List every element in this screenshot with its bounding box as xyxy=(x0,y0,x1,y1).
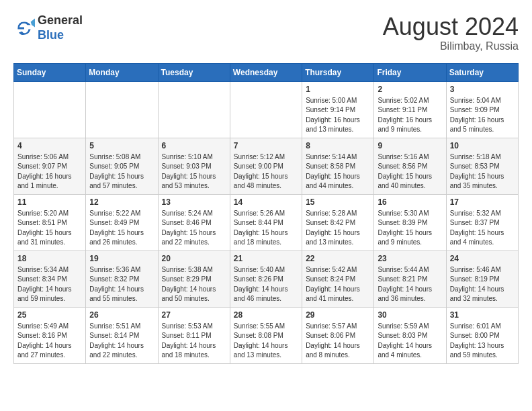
day-number: 28 xyxy=(234,310,298,320)
day-info: Sunrise: 5:42 AM Sunset: 8:24 PM Dayligh… xyxy=(306,265,370,304)
calendar-day-empty xyxy=(230,81,302,138)
day-number: 15 xyxy=(306,197,370,207)
day-info: Sunrise: 5:24 AM Sunset: 8:46 PM Dayligh… xyxy=(162,209,226,248)
day-number: 8 xyxy=(306,141,370,150)
day-info: Sunrise: 5:00 AM Sunset: 9:14 PM Dayligh… xyxy=(306,96,370,135)
calendar-day-25: 25Sunrise: 5:49 AM Sunset: 8:16 PM Dayli… xyxy=(14,307,86,363)
day-number: 13 xyxy=(162,197,226,207)
day-number: 16 xyxy=(378,197,442,207)
calendar-day-28: 28Sunrise: 5:55 AM Sunset: 8:08 PM Dayli… xyxy=(230,307,302,363)
day-info: Sunrise: 5:59 AM Sunset: 8:03 PM Dayligh… xyxy=(378,322,442,361)
day-number: 19 xyxy=(89,254,154,263)
page-header: GeneralBlue August 2024 Bilimbay, Russia xyxy=(13,13,519,52)
day-number: 17 xyxy=(450,197,515,207)
day-number: 30 xyxy=(378,310,442,320)
logo-text: GeneralBlue xyxy=(38,13,83,42)
day-info: Sunrise: 5:20 AM Sunset: 8:51 PM Dayligh… xyxy=(17,209,82,248)
day-info: Sunrise: 5:22 AM Sunset: 8:49 PM Dayligh… xyxy=(89,209,154,248)
calendar-day-15: 15Sunrise: 5:28 AM Sunset: 8:42 PM Dayli… xyxy=(302,194,374,250)
logo: GeneralBlue xyxy=(13,13,83,42)
calendar-day-2: 2Sunrise: 5:02 AM Sunset: 9:11 PM Daylig… xyxy=(374,81,446,138)
calendar-table: SundayMondayTuesdayWednesdayThursdayFrid… xyxy=(13,63,519,364)
day-info: Sunrise: 5:51 AM Sunset: 8:14 PM Dayligh… xyxy=(89,322,154,361)
calendar-day-empty xyxy=(86,81,158,138)
day-info: Sunrise: 5:12 AM Sunset: 9:00 PM Dayligh… xyxy=(234,152,298,191)
calendar-day-24: 24Sunrise: 5:46 AM Sunset: 8:19 PM Dayli… xyxy=(446,250,518,307)
day-number: 29 xyxy=(306,310,370,320)
calendar-week-2: 4Sunrise: 5:06 AM Sunset: 9:07 PM Daylig… xyxy=(14,138,519,194)
day-number: 24 xyxy=(450,254,515,263)
calendar-day-20: 20Sunrise: 5:38 AM Sunset: 8:29 PM Dayli… xyxy=(158,250,230,307)
day-info: Sunrise: 5:06 AM Sunset: 9:07 PM Dayligh… xyxy=(17,152,82,191)
day-number: 31 xyxy=(450,310,515,320)
weekday-header-sunday: Sunday xyxy=(14,63,86,81)
day-number: 20 xyxy=(162,254,226,263)
calendar-week-5: 25Sunrise: 5:49 AM Sunset: 8:16 PM Dayli… xyxy=(14,307,519,363)
calendar-day-empty xyxy=(14,81,86,138)
calendar-day-8: 8Sunrise: 5:14 AM Sunset: 8:58 PM Daylig… xyxy=(302,138,374,194)
day-info: Sunrise: 5:08 AM Sunset: 9:05 PM Dayligh… xyxy=(89,152,154,191)
calendar-day-11: 11Sunrise: 5:20 AM Sunset: 8:51 PM Dayli… xyxy=(14,194,86,250)
day-info: Sunrise: 5:36 AM Sunset: 8:32 PM Dayligh… xyxy=(89,265,154,304)
day-info: Sunrise: 5:02 AM Sunset: 9:11 PM Dayligh… xyxy=(378,96,442,135)
day-info: Sunrise: 6:01 AM Sunset: 8:00 PM Dayligh… xyxy=(450,322,515,361)
calendar-day-16: 16Sunrise: 5:30 AM Sunset: 8:39 PM Dayli… xyxy=(374,194,446,250)
day-info: Sunrise: 5:04 AM Sunset: 9:09 PM Dayligh… xyxy=(450,96,515,135)
day-info: Sunrise: 5:38 AM Sunset: 8:29 PM Dayligh… xyxy=(162,265,226,304)
day-number: 4 xyxy=(17,141,82,150)
weekday-header-tuesday: Tuesday xyxy=(158,63,230,81)
calendar-day-17: 17Sunrise: 5:32 AM Sunset: 8:37 PM Dayli… xyxy=(446,194,518,250)
day-info: Sunrise: 5:18 AM Sunset: 8:53 PM Dayligh… xyxy=(450,152,515,191)
day-number: 14 xyxy=(234,197,298,207)
calendar-day-18: 18Sunrise: 5:34 AM Sunset: 8:34 PM Dayli… xyxy=(14,250,86,307)
day-number: 21 xyxy=(234,254,298,263)
calendar-day-14: 14Sunrise: 5:26 AM Sunset: 8:44 PM Dayli… xyxy=(230,194,302,250)
calendar-day-19: 19Sunrise: 5:36 AM Sunset: 8:32 PM Dayli… xyxy=(86,250,158,307)
page-subtitle: Bilimbay, Russia xyxy=(383,40,519,52)
day-info: Sunrise: 5:28 AM Sunset: 8:42 PM Dayligh… xyxy=(306,209,370,248)
calendar-day-7: 7Sunrise: 5:12 AM Sunset: 9:00 PM Daylig… xyxy=(230,138,302,194)
day-number: 22 xyxy=(306,254,370,263)
calendar-week-4: 18Sunrise: 5:34 AM Sunset: 8:34 PM Dayli… xyxy=(14,250,519,307)
day-number: 3 xyxy=(450,85,515,94)
title-block: August 2024 Bilimbay, Russia xyxy=(383,13,519,52)
weekday-header-friday: Friday xyxy=(374,63,446,81)
calendar-day-10: 10Sunrise: 5:18 AM Sunset: 8:53 PM Dayli… xyxy=(446,138,518,194)
logo-icon xyxy=(13,17,35,39)
day-info: Sunrise: 5:26 AM Sunset: 8:44 PM Dayligh… xyxy=(234,209,298,248)
day-number: 25 xyxy=(17,310,82,320)
calendar-week-3: 11Sunrise: 5:20 AM Sunset: 8:51 PM Dayli… xyxy=(14,194,519,250)
day-info: Sunrise: 5:10 AM Sunset: 9:03 PM Dayligh… xyxy=(162,152,226,191)
day-number: 2 xyxy=(378,85,442,94)
calendar-day-empty xyxy=(158,81,230,138)
calendar-day-13: 13Sunrise: 5:24 AM Sunset: 8:46 PM Dayli… xyxy=(158,194,230,250)
day-number: 11 xyxy=(17,197,82,207)
calendar-day-21: 21Sunrise: 5:40 AM Sunset: 8:26 PM Dayli… xyxy=(230,250,302,307)
day-info: Sunrise: 5:57 AM Sunset: 8:06 PM Dayligh… xyxy=(306,322,370,361)
calendar-day-22: 22Sunrise: 5:42 AM Sunset: 8:24 PM Dayli… xyxy=(302,250,374,307)
day-number: 10 xyxy=(450,141,515,150)
day-number: 18 xyxy=(17,254,82,263)
calendar-day-9: 9Sunrise: 5:16 AM Sunset: 8:56 PM Daylig… xyxy=(374,138,446,194)
day-number: 1 xyxy=(306,85,370,94)
weekday-header-monday: Monday xyxy=(86,63,158,81)
calendar-day-4: 4Sunrise: 5:06 AM Sunset: 9:07 PM Daylig… xyxy=(14,138,86,194)
day-number: 12 xyxy=(89,197,154,207)
day-number: 5 xyxy=(89,141,154,150)
calendar-day-5: 5Sunrise: 5:08 AM Sunset: 9:05 PM Daylig… xyxy=(86,138,158,194)
day-info: Sunrise: 5:40 AM Sunset: 8:26 PM Dayligh… xyxy=(234,265,298,304)
day-info: Sunrise: 5:34 AM Sunset: 8:34 PM Dayligh… xyxy=(17,265,82,304)
calendar-day-12: 12Sunrise: 5:22 AM Sunset: 8:49 PM Dayli… xyxy=(86,194,158,250)
day-info: Sunrise: 5:30 AM Sunset: 8:39 PM Dayligh… xyxy=(378,209,442,248)
day-number: 7 xyxy=(234,141,298,150)
day-info: Sunrise: 5:55 AM Sunset: 8:08 PM Dayligh… xyxy=(234,322,298,361)
calendar-day-6: 6Sunrise: 5:10 AM Sunset: 9:03 PM Daylig… xyxy=(158,138,230,194)
page-title: August 2024 xyxy=(383,13,519,40)
day-number: 26 xyxy=(89,310,154,320)
calendar-day-26: 26Sunrise: 5:51 AM Sunset: 8:14 PM Dayli… xyxy=(86,307,158,363)
calendar-week-1: 1Sunrise: 5:00 AM Sunset: 9:14 PM Daylig… xyxy=(14,81,519,138)
weekday-header-wednesday: Wednesday xyxy=(230,63,302,81)
calendar-day-29: 29Sunrise: 5:57 AM Sunset: 8:06 PM Dayli… xyxy=(302,307,374,363)
calendar-day-3: 3Sunrise: 5:04 AM Sunset: 9:09 PM Daylig… xyxy=(446,81,518,138)
day-number: 27 xyxy=(162,310,226,320)
